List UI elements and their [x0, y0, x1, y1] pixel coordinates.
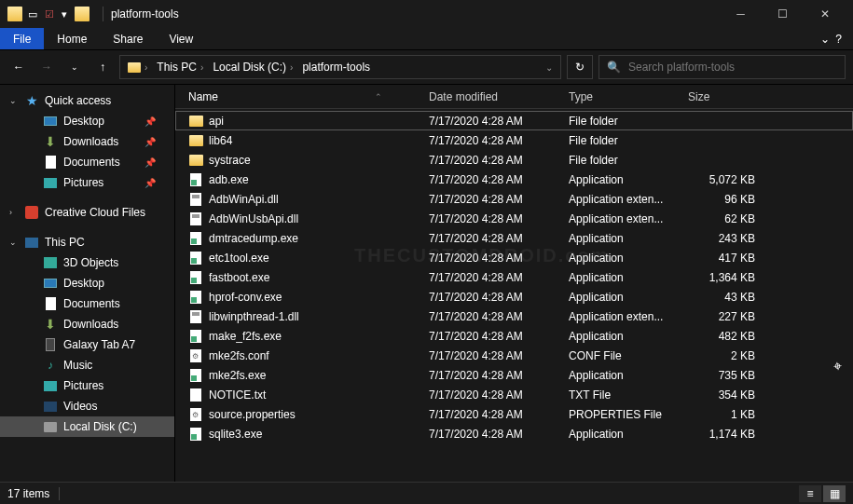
ribbon-tabs: File Home Share View ⌄ ?	[0, 28, 853, 50]
file-type: Application	[569, 330, 688, 343]
file-size: 62 KB	[688, 212, 772, 225]
sidebar-item[interactable]: Local Disk (C:)	[0, 416, 174, 437]
sidebar-item[interactable]: Videos	[0, 396, 174, 416]
music-icon: ♪	[43, 358, 58, 373]
view-details-button[interactable]: ≡	[799, 485, 821, 502]
chevron-right-icon[interactable]: ›	[200, 62, 203, 73]
minimize-button[interactable]: ─	[720, 0, 762, 28]
doc-icon	[43, 155, 58, 170]
breadcrumb-root[interactable]: This PC	[157, 61, 197, 74]
file-row[interactable]: etc1tool.exe7/17/2020 4:28 AMApplication…	[175, 248, 853, 267]
file-row[interactable]: dmtracedump.exe7/17/2020 4:28 AMApplicat…	[175, 228, 853, 248]
file-name: lib64	[209, 134, 232, 147]
view-icons-button[interactable]: ▦	[823, 485, 846, 502]
file-name: NOTICE.txt	[209, 388, 266, 402]
tab-share[interactable]: Share	[100, 28, 156, 49]
sidebar-item[interactable]: 3D Objects	[0, 252, 174, 273]
sidebar[interactable]: ⌄★Quick accessDesktop📌⬇Downloads📌Documen…	[0, 85, 175, 482]
recent-dropdown[interactable]: ⌄	[63, 56, 86, 78]
file-size: 482 KB	[688, 330, 772, 343]
up-button[interactable]: ↑	[91, 56, 114, 78]
file-row[interactable]: AdbWinApi.dll7/17/2020 4:28 AMApplicatio…	[175, 189, 853, 209]
qat-item[interactable]: ☑	[45, 8, 54, 20]
file-row[interactable]: NOTICE.txt7/17/2020 4:28 AMTXT File354 K…	[175, 385, 853, 404]
sidebar-item[interactable]: Desktop📌	[0, 111, 174, 131]
sidebar-item-label: Desktop	[63, 277, 104, 290]
address-bar[interactable]: › This PC› Local Disk (C:)› platform-too…	[119, 55, 561, 79]
file-row[interactable]: adb.exe7/17/2020 4:28 AMApplication5,072…	[175, 170, 853, 189]
column-headers: Name⌃ Date modified Type Size	[175, 85, 853, 109]
file-row[interactable]: mke2fs.conf7/17/2020 4:28 AMCONF File2 K…	[175, 346, 853, 365]
qat-item[interactable]: ▭	[28, 8, 37, 20]
sidebar-item[interactable]: ⌄★Quick access	[0, 90, 174, 111]
file-row[interactable]: mke2fs.exe7/17/2020 4:28 AMApplication73…	[175, 365, 853, 385]
file-list[interactable]: api7/17/2020 4:28 AMFile folderlib647/17…	[175, 109, 853, 482]
ribbon-toggle[interactable]: ⌄ ?	[809, 28, 853, 49]
expand-icon[interactable]: ⌄	[9, 96, 19, 105]
maximize-button[interactable]: ☐	[762, 0, 804, 28]
file-size: 227 KB	[688, 310, 772, 323]
tablet-icon	[43, 337, 58, 352]
file-row[interactable]: hprof-conv.exe7/17/2020 4:28 AMApplicati…	[175, 287, 853, 306]
col-date[interactable]: Date modified	[429, 90, 569, 103]
file-row[interactable]: fastboot.exe7/17/2020 4:28 AMApplication…	[175, 267, 853, 287]
col-size[interactable]: Size	[688, 90, 772, 103]
file-row[interactable]: lib647/17/2020 4:28 AMFile folder	[175, 130, 853, 150]
file-date: 7/17/2020 4:28 AM	[429, 212, 569, 225]
sidebar-item[interactable]: Pictures	[0, 375, 174, 396]
file-row[interactable]: libwinpthread-1.dll7/17/2020 4:28 AMAppl…	[175, 306, 853, 326]
breadcrumb-drive[interactable]: Local Disk (C:)	[213, 61, 286, 74]
sidebar-item[interactable]: ›Creative Cloud Files	[0, 202, 174, 223]
breadcrumb-folder[interactable]: platform-tools	[302, 61, 370, 74]
file-type: Application exten...	[569, 212, 688, 225]
expand-icon[interactable]: ⌄	[9, 238, 19, 247]
file-type: Application	[569, 369, 688, 382]
file-name: adb.exe	[209, 173, 249, 186]
qat-item[interactable]: ▾	[62, 8, 67, 20]
chevron-right-icon[interactable]: ›	[290, 62, 293, 73]
col-name[interactable]: Name⌃	[188, 90, 429, 103]
forward-button[interactable]: →	[35, 56, 58, 78]
col-type[interactable]: Type	[569, 90, 688, 103]
close-button[interactable]: ✕	[804, 0, 846, 28]
file-row[interactable]: AdbWinUsbApi.dll7/17/2020 4:28 AMApplica…	[175, 209, 853, 228]
expand-icon[interactable]: ›	[9, 208, 19, 217]
divider	[59, 487, 60, 500]
sidebar-item[interactable]: Desktop	[0, 273, 174, 293]
pin-icon: 📌	[144, 157, 156, 168]
file-type: Application	[569, 271, 688, 284]
back-button[interactable]: ←	[7, 56, 30, 78]
sidebar-item[interactable]: ⬇Downloads📌	[0, 131, 174, 152]
file-row[interactable]: systrace7/17/2020 4:28 AMFile folder	[175, 150, 853, 170]
file-row[interactable]: sqlite3.exe7/17/2020 4:28 AMApplication1…	[175, 424, 853, 443]
file-name: source.properties	[209, 408, 296, 421]
file-date: 7/17/2020 4:28 AM	[429, 428, 569, 441]
sidebar-item[interactable]: Galaxy Tab A7	[0, 334, 174, 355]
sidebar-item[interactable]: Documents📌	[0, 152, 174, 172]
tab-view[interactable]: View	[156, 28, 206, 49]
file-size: 354 KB	[688, 388, 772, 402]
tab-file[interactable]: File	[0, 28, 44, 49]
chevron-down-icon[interactable]: ⌄	[545, 62, 553, 73]
file-row[interactable]: source.properties7/17/2020 4:28 AMPROPER…	[175, 404, 853, 424]
sidebar-item[interactable]: Pictures📌	[0, 172, 174, 193]
sidebar-item[interactable]: ⌄This PC	[0, 232, 174, 252]
search-box[interactable]: 🔍	[598, 55, 846, 79]
star-icon: ★	[24, 93, 39, 108]
exe-icon	[188, 251, 203, 266]
content-pane: Name⌃ Date modified Type Size api7/17/20…	[175, 85, 853, 482]
conf-icon	[188, 348, 203, 363]
tab-home[interactable]: Home	[44, 28, 100, 49]
refresh-button[interactable]: ↻	[567, 55, 593, 79]
sidebar-item[interactable]: Documents	[0, 293, 174, 314]
file-type: Application	[569, 252, 688, 265]
search-input[interactable]	[628, 61, 837, 74]
sidebar-item[interactable]: ⬇Downloads	[0, 314, 174, 334]
chevron-right-icon[interactable]: ›	[144, 62, 147, 73]
sidebar-item-label: Videos	[63, 400, 97, 413]
sidebar-item[interactable]: ♪Music	[0, 355, 174, 375]
file-row[interactable]: api7/17/2020 4:28 AMFile folder	[175, 111, 853, 130]
file-row[interactable]: make_f2fs.exe7/17/2020 4:28 AMApplicatio…	[175, 326, 853, 346]
file-date: 7/17/2020 4:28 AM	[429, 193, 569, 206]
doc-icon	[43, 296, 58, 311]
